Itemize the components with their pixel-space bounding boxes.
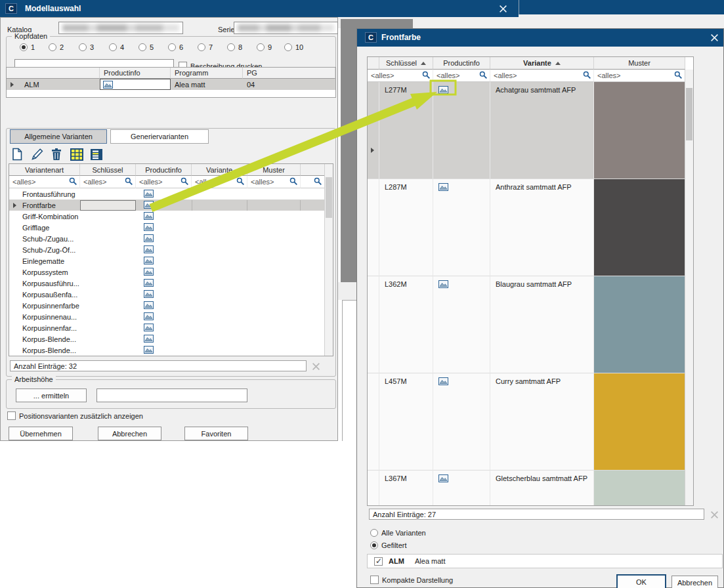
- delete-trash-icon[interactable]: [51, 146, 66, 161]
- radio-icon[interactable]: [138, 43, 146, 51]
- productinfo-cell[interactable]: [136, 244, 192, 255]
- variant-row[interactable]: Grifflage: [9, 222, 333, 233]
- katalog-field[interactable]: [58, 22, 183, 34]
- variant-row[interactable]: Korpusaußenfa...: [9, 289, 333, 300]
- filter-cell[interactable]: <alles>: [594, 70, 685, 82]
- variant-row[interactable]: Korpusinnenau...: [9, 311, 333, 322]
- filter-cell[interactable]: <alles>: [490, 70, 594, 82]
- filter-cell[interactable]: <alles>: [80, 176, 136, 188]
- muster-swatch[interactable]: [594, 373, 685, 471]
- radio-icon[interactable]: [227, 43, 235, 51]
- positionsvarianten-checkbox[interactable]: [7, 411, 16, 420]
- muster-swatch[interactable]: [594, 276, 685, 373]
- variant-row[interactable]: Korpussystem: [9, 266, 333, 278]
- productinfo-image-icon[interactable]: [144, 257, 154, 264]
- variants-column-header[interactable]: Variantenart: [9, 164, 80, 176]
- model-filter-row[interactable]: ALM Alea matt: [367, 554, 723, 568]
- kopfdaten-radio-3[interactable]: 3: [79, 43, 94, 51]
- model-column-header[interactable]: Productinfo: [100, 68, 171, 79]
- productinfo-image-icon[interactable]: [144, 335, 154, 343]
- radio-gefiltert[interactable]: Gefiltert: [370, 541, 407, 549]
- kopfdaten-radio-10[interactable]: 10: [284, 43, 303, 51]
- color-column-header[interactable]: Muster: [594, 57, 685, 70]
- kopfdaten-radio-4[interactable]: 4: [109, 43, 124, 51]
- uebernehmen-button[interactable]: Übernehmen: [9, 427, 73, 440]
- cancel-button[interactable]: Abbrechen: [671, 576, 718, 588]
- clear-filter-icon[interactable]: [310, 361, 321, 371]
- favoriten-button[interactable]: Favoriten: [184, 427, 248, 440]
- grid-table-icon[interactable]: [70, 146, 86, 161]
- color-row[interactable]: L277MAchatgrau samtmatt AFP: [368, 82, 693, 179]
- variant-row[interactable]: Korpus-Blende...: [9, 345, 333, 356]
- search-icon[interactable]: [236, 177, 245, 186]
- productinfo-cell[interactable]: [100, 79, 171, 90]
- productinfo-cell[interactable]: [136, 311, 192, 322]
- edit-pencil-icon[interactable]: [31, 146, 47, 161]
- model-filter-checkbox[interactable]: [374, 557, 383, 566]
- variants-column-header[interactable]: [301, 164, 325, 176]
- variants-column-header[interactable]: Productinfo: [136, 164, 192, 176]
- color-row[interactable]: L287MAnthrazit samtmatt AFP: [368, 179, 693, 276]
- arbeitshoehe-input[interactable]: [96, 388, 247, 402]
- productinfo-cell[interactable]: [136, 222, 192, 233]
- productinfo-image-icon[interactable]: [144, 346, 154, 354]
- search-icon[interactable]: [422, 71, 431, 79]
- main-window-titlebar[interactable]: C Modellauswahl: [0, 0, 519, 17]
- productinfo-image-icon[interactable]: [438, 377, 448, 385]
- filter-cell[interactable]: <alles>: [9, 176, 80, 188]
- muster-swatch[interactable]: [594, 179, 685, 276]
- new-document-icon[interactable]: [11, 146, 27, 161]
- productinfo-cell[interactable]: [433, 179, 490, 276]
- productinfo-image-icon[interactable]: [144, 324, 154, 331]
- variant-row[interactable]: Schub-/Zugau...: [9, 233, 333, 244]
- model-column-header[interactable]: Programm: [171, 68, 243, 79]
- dialog-titlebar[interactable]: C Frontfarbe: [357, 29, 723, 47]
- productinfo-image-icon[interactable]: [144, 279, 154, 287]
- color-row[interactable]: L457MCurry samtmatt AFP: [368, 373, 693, 471]
- productinfo-cell[interactable]: [136, 333, 192, 345]
- tab-allgemeine-varianten[interactable]: Allgemeine Varianten: [10, 129, 107, 144]
- variant-row[interactable]: Griff-Kombination: [9, 211, 333, 222]
- productinfo-cell[interactable]: [136, 211, 192, 222]
- kopfdaten-radio-2[interactable]: 2: [49, 43, 64, 51]
- color-column-header[interactable]: Variante: [490, 57, 594, 70]
- clear-filter-icon[interactable]: [709, 509, 719, 520]
- dialog-close-icon[interactable]: [708, 32, 721, 43]
- radio-icon[interactable]: [168, 43, 176, 51]
- productinfo-image-icon[interactable]: [144, 212, 154, 220]
- productinfo-cell[interactable]: [136, 289, 192, 300]
- search-icon[interactable]: [479, 71, 488, 79]
- ok-button[interactable]: OK: [616, 574, 666, 588]
- productinfo-image-icon[interactable]: [144, 301, 154, 309]
- productinfo-image-icon[interactable]: [438, 474, 448, 482]
- variant-row[interactable]: Frontausführung: [9, 188, 333, 200]
- productinfo-image-icon[interactable]: [144, 201, 154, 209]
- color-column-header[interactable]: Schlüssel: [379, 57, 433, 70]
- filter-cell[interactable]: <alles>: [433, 70, 490, 82]
- radio-icon[interactable]: [20, 43, 28, 51]
- variants-column-header[interactable]: Variante: [192, 164, 247, 176]
- color-column-header[interactable]: Productinfo: [433, 57, 490, 70]
- abbrechen-button[interactable]: Abbrechen: [98, 427, 161, 440]
- kopfdaten-radio-8[interactable]: 8: [227, 43, 242, 51]
- kompakte-darstellung-checkbox[interactable]: [370, 576, 379, 584]
- table-row[interactable]: ALMAlea matt04: [7, 79, 335, 90]
- muster-swatch[interactable]: [594, 471, 685, 506]
- color-row[interactable]: L362MBlaugrau samtmatt AFP: [368, 276, 693, 373]
- kompakte-darstellung-option[interactable]: Kompakte Darstellung: [370, 576, 453, 584]
- scrollbar-thumb[interactable]: [326, 177, 332, 218]
- variants-column-header[interactable]: Muster: [247, 164, 301, 176]
- tab-generiervarianten[interactable]: Generiervarianten: [110, 129, 209, 144]
- filter-cell[interactable]: <alles>: [247, 176, 301, 188]
- variants-column-header[interactable]: Schlüssel: [80, 164, 136, 176]
- radio-icon[interactable]: [198, 43, 205, 51]
- kopfdaten-radio-6[interactable]: 6: [168, 43, 183, 51]
- kopfdaten-radio-1[interactable]: 1: [20, 43, 35, 51]
- productinfo-image-icon[interactable]: [438, 183, 448, 191]
- radio-icon[interactable]: [109, 43, 117, 51]
- search-icon[interactable]: [181, 177, 189, 186]
- productinfo-cell[interactable]: [433, 82, 490, 179]
- productinfo-cell[interactable]: [136, 322, 192, 333]
- productinfo-image-icon[interactable]: [144, 290, 154, 298]
- productinfo-image-icon[interactable]: [144, 245, 154, 253]
